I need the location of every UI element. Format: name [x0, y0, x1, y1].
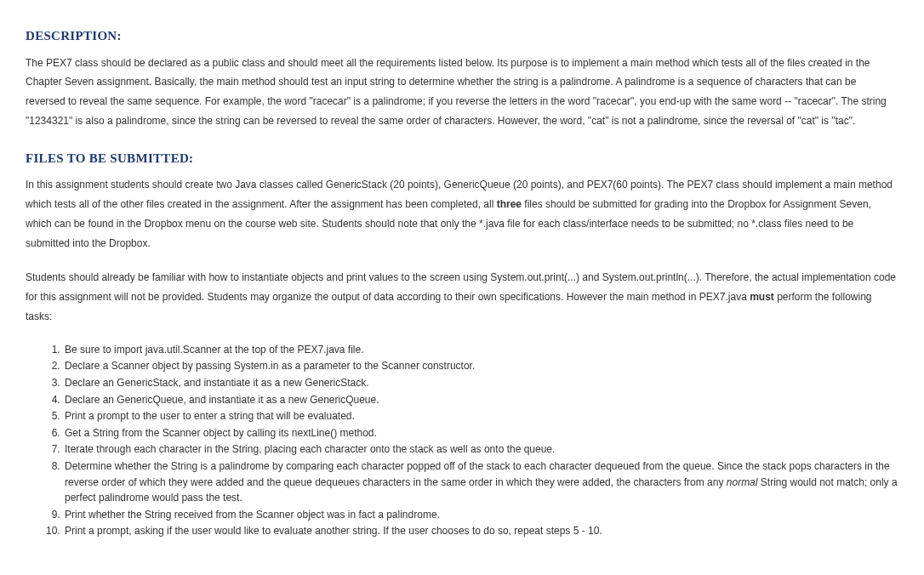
- list-item: Print whether the String received from t…: [63, 507, 898, 523]
- list-item: Declare an GenericQueue, and instantiate…: [63, 392, 898, 408]
- description-body: The PEX7 class should be declared as a p…: [26, 54, 898, 131]
- task-list: Be sure to import java.util.Scanner at t…: [26, 342, 898, 539]
- description-heading: DESCRIPTION:: [26, 24, 898, 48]
- list-item: Iterate through each character in the St…: [63, 441, 898, 458]
- list-item: Get a String from the Scanner object by …: [63, 425, 898, 441]
- list-item: Determine whether the String is a palind…: [63, 458, 898, 506]
- files-para2-bold: must: [750, 291, 774, 303]
- step8-italic: normal: [727, 476, 758, 488]
- list-item: Declare a Scanner object by passing Syst…: [63, 358, 898, 374]
- list-item: Print a prompt to the user to enter a st…: [63, 408, 898, 424]
- files-para1: In this assignment students should creat…: [26, 175, 898, 253]
- files-para1-bold: three: [497, 198, 522, 210]
- list-item: Print a prompt, asking if the user would…: [63, 523, 898, 539]
- list-item: Be sure to import java.util.Scanner at t…: [63, 342, 898, 358]
- files-heading: FILES TO BE SUBMITTED:: [26, 146, 898, 171]
- list-item: Declare an GenericStack, and instantiate…: [63, 375, 898, 391]
- files-para2: Students should already be familiar with…: [26, 268, 898, 326]
